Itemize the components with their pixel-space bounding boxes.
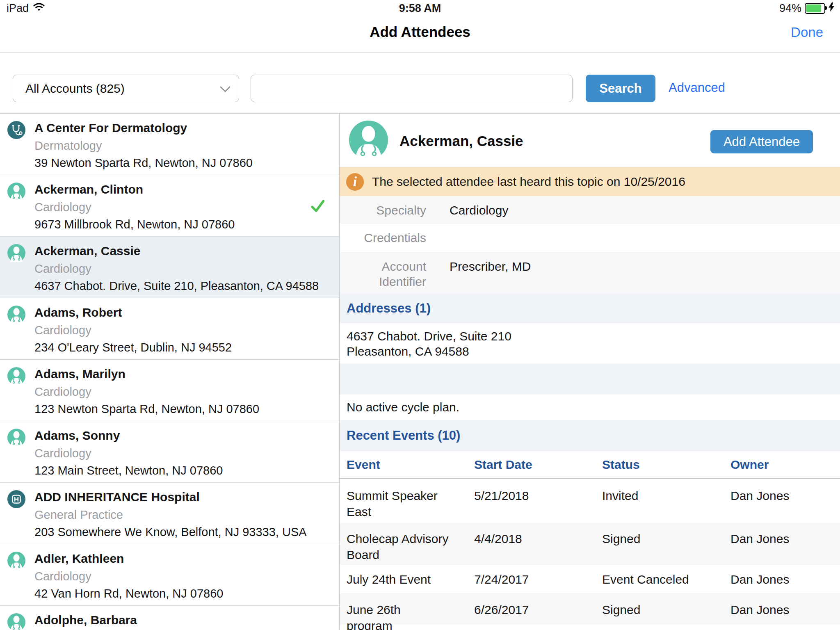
cycle-plan-status: No active cycle plan. [340,395,840,420]
account-name: Adams, Marilyn [34,367,126,381]
field-label: Specialty [340,203,426,224]
list-item-account-selected[interactable]: Ackerman, Cassie Cardiology 4637 Chabot.… [0,237,339,298]
battery-percent: 94% [779,2,801,15]
account-name: A Center For Dermatology [34,121,187,135]
doctor-avatar-icon [7,552,25,570]
charging-bolt-icon [829,2,834,15]
checkmark-icon [310,199,325,214]
addresses-section-header: Addresses (1) [340,293,840,323]
event-row: Cholecap Advisory Board 4/4/2018 Signed … [340,523,840,565]
account-name: Adler, Kathleen [34,552,124,566]
attendee-name: Ackerman, Cassie [399,133,523,149]
done-button[interactable]: Done [791,25,823,40]
account-name: Ackerman, Cassie [34,244,141,258]
detail-header: Ackerman, Cassie Add Attendee [340,114,840,167]
account-specialty: Dermatology [34,139,102,153]
list-item-account[interactable]: A Center For Dermatology Dermatology 39 … [0,114,339,175]
advanced-search-link[interactable]: Advanced [669,80,725,95]
status-bar: iPad 9:58 AM 94% [0,0,840,16]
events-table-header: Event Start Date Status Owner [340,451,840,479]
start-date-cell: 4/4/2018 [474,531,522,547]
event-name-cell: June 26th program [347,602,449,630]
status-cell: Invited [602,488,638,504]
account-specialty: Cardiology [34,262,91,276]
search-button[interactable]: Search [586,75,655,102]
doctor-avatar-icon [7,183,25,201]
doctor-avatar-icon [7,367,25,385]
event-row: July 24th Event 7/24/2017 Event Canceled… [340,565,840,593]
owner-cell: Dan Jones [730,571,789,587]
start-date-cell: 5/21/2018 [474,488,529,504]
event-row: June 26th program 6/26/2017 Signed Dan J… [340,593,840,625]
owner-cell: Dan Jones [730,602,789,618]
account-filter-dropdown[interactable]: All Accounts (825) [13,75,239,102]
list-item-account[interactable]: ADD INHERITANCE Hospital General Practic… [0,483,339,544]
account-name: Adams, Sonny [34,429,120,443]
start-date-cell: 6/26/2017 [474,602,529,618]
event-name-cell: July 24th Event [347,571,449,587]
content-area: A Center For Dermatology Dermatology 39 … [0,114,840,630]
list-item-account[interactable]: Adolphe, Barbara [0,606,339,630]
business-account-icon [7,121,25,139]
account-name: ADD INHERITANCE Hospital [34,490,200,504]
account-specialty: Cardiology [34,570,91,583]
add-attendee-button[interactable]: Add Attendee [710,130,813,153]
page-title: Add Attendees [0,24,840,40]
info-banner-text: The selected attendee last heard this to… [372,175,685,189]
account-name: Adolphe, Barbara [34,613,137,627]
list-item-account[interactable]: Adams, Sonny Cardiology 123 Main Street,… [0,421,339,483]
status-cell: Signed [602,531,640,547]
status-cell: Signed [602,602,640,618]
clock: 9:58 AM [0,2,840,15]
start-date-cell: 7/24/2017 [474,571,529,587]
event-row: Summit Speaker East 5/21/2018 Invited Da… [340,479,840,523]
field-value: Cardiology [450,203,508,224]
account-specialty: Cardiology [34,201,91,214]
chevron-down-icon [220,82,231,96]
list-item-account[interactable]: Ackerman, Clinton Cardiology 9673 Millbr… [0,175,339,237]
owner-cell: Dan Jones [730,531,789,547]
info-banner: i The selected attendee last heard this … [340,167,840,196]
search-input[interactable] [251,75,573,102]
account-address: 9673 Millbrook Rd, Newton, NJ 07860 [34,218,235,231]
account-filter-value: All Accounts (825) [25,82,220,96]
account-address: 42 Van Horn Rd, Newton, NJ 07860 [34,587,224,600]
hospital-icon [7,490,25,508]
recent-events-section-header: Recent Events (10) [340,420,840,451]
account-specialty: Cardiology [34,324,91,337]
address-entry: 4637 Chabot. Drive, Suite 210 Pleasanton… [340,323,840,363]
account-name: Adams, Robert [34,306,122,320]
account-address: 203 Somewhere We Know, Belfont, NJ 93333… [34,525,307,539]
field-row-specialty: Specialty Cardiology [340,196,840,224]
field-row-credentials: Credentials [340,224,840,252]
nav-bar: Add Attendees Done [0,16,840,52]
status-cell: Event Canceled [602,571,689,587]
cycle-plans-section-header [340,363,840,395]
list-item-account[interactable]: Adams, Marilyn Cardiology 123 Newton Spa… [0,360,339,421]
field-label: Credentials [340,230,426,252]
doctor-avatar-icon [7,429,25,447]
column-header-event: Event [347,458,449,472]
account-address: 123 Main Street, Newton, NJ 07860 [34,464,223,477]
account-list-panel: A Center For Dermatology Dermatology 39 … [0,114,340,630]
field-row-account-identifier: Account Identifier Prescriber, MD [340,252,840,293]
doctor-avatar-icon [7,244,25,262]
doctor-avatar-icon [7,613,25,630]
column-header-start-date: Start Date [474,458,532,472]
recent-events-section-title: Recent Events (10) [347,428,460,443]
field-label: Account Identifier [340,259,426,293]
event-name-cell: Summit Speaker East [347,488,449,520]
search-toolbar: All Accounts (825) Search Advanced [0,52,840,114]
address-line-2: Pleasanton, CA 94588 [347,344,840,359]
column-header-status: Status [602,458,640,472]
doctor-avatar-icon [349,121,388,160]
attendee-detail-panel: Ackerman, Cassie Add Attendee i The sele… [340,114,840,630]
list-item-account[interactable]: Adler, Kathleen Cardiology 42 Van Horn R… [0,544,339,606]
list-item-account[interactable]: Adams, Robert Cardiology 234 O'Leary Str… [0,298,339,360]
account-address: 39 Newton Sparta Rd, Newton, NJ 07860 [34,156,253,170]
doctor-avatar-icon [7,306,25,324]
account-address: 234 O'Leary Street, Dublin, NJ 94552 [34,341,232,354]
account-name: Ackerman, Clinton [34,183,143,196]
battery-icon [805,3,825,14]
account-address: 4637 Chabot. Drive, Suite 210, Pleasanto… [34,279,319,293]
